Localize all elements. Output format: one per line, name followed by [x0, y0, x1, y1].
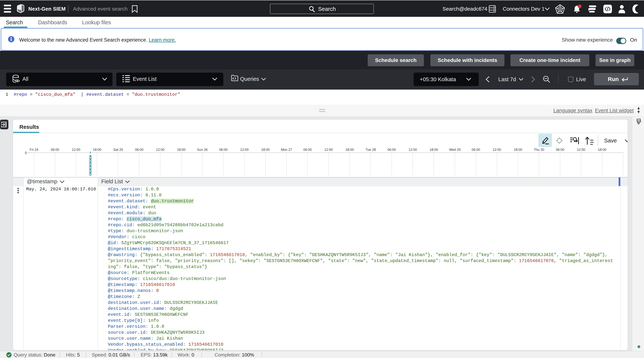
svg-text:18:00: 18:00 — [93, 148, 101, 152]
svg-text:12:00: 12:00 — [240, 148, 248, 152]
svg-text:12:00: 12:00 — [577, 148, 585, 152]
svg-text:18:00: 18:00 — [345, 148, 354, 152]
svg-text:Sun 26: Sun 26 — [197, 148, 208, 152]
svg-text:12:00: 12:00 — [156, 148, 164, 152]
svg-text:06:00: 06:00 — [472, 148, 480, 152]
svg-text:Tue 28: Tue 28 — [366, 148, 376, 152]
svg-text:06:00: 06:00 — [388, 148, 396, 152]
svg-text:18:00: 18:00 — [261, 148, 270, 152]
svg-text:Thu 30: Thu 30 — [534, 148, 544, 152]
svg-text:18:00: 18:00 — [598, 148, 606, 152]
svg-text:12:00: 12:00 — [324, 148, 333, 152]
svg-text:06:00: 06:00 — [135, 148, 143, 152]
svg-text:06:00: 06:00 — [556, 148, 564, 152]
svg-text:18:00: 18:00 — [514, 148, 522, 152]
svg-text:06:00: 06:00 — [219, 148, 228, 152]
svg-text:06:00: 06:00 — [51, 148, 59, 152]
svg-text:18:00: 18:00 — [430, 148, 438, 152]
svg-text:Fri 24: Fri 24 — [30, 148, 38, 152]
svg-text:12:00: 12:00 — [493, 148, 501, 152]
svg-text:12:00: 12:00 — [408, 148, 417, 152]
svg-text:Sat 25: Sat 25 — [113, 148, 123, 152]
svg-text:Wed 29: Wed 29 — [449, 148, 460, 152]
svg-text:06:00: 06:00 — [303, 148, 312, 152]
svg-text:18:00: 18:00 — [177, 148, 186, 152]
svg-text:6: 6 — [25, 151, 27, 155]
svg-text:12:00: 12:00 — [72, 148, 80, 152]
svg-text:Mon 27: Mon 27 — [281, 148, 292, 152]
